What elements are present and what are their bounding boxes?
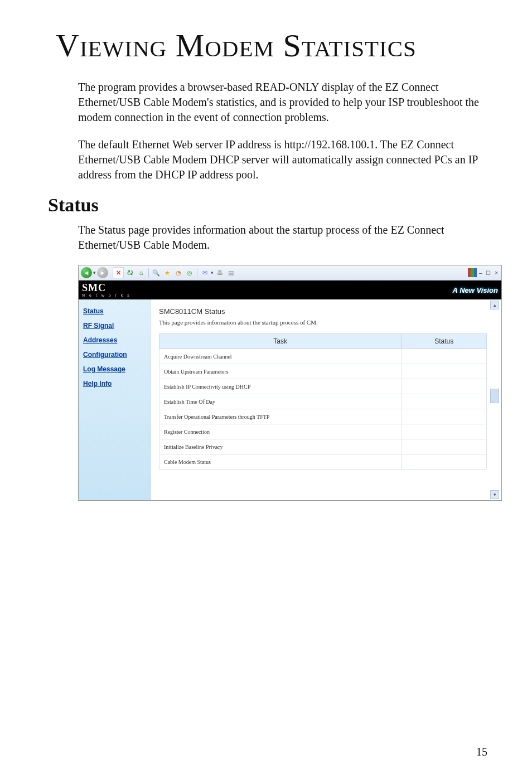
scrollbar-thumb[interactable]: [490, 389, 499, 403]
sidebar-item-log-message[interactable]: Log Message: [83, 365, 146, 373]
table-row: Acquire Downstream Channel: [159, 349, 487, 364]
browser-toolbar: ◄ ▾ ► ✕ 🗘 ⌂ 🔍 ★ ◔ ◎ ✉ ▾ 🖶 ▤ – ☐ ×: [79, 265, 501, 280]
table-row: Establish IP Connectivity using DHCP: [159, 379, 487, 394]
sidebar-item-rf-signal[interactable]: RF Signal: [83, 322, 146, 330]
table-row: Initialize Baseline Privacy: [159, 439, 487, 454]
print-button[interactable]: 🖶: [215, 268, 225, 278]
table-row: Obtain Upstream Parameters: [159, 364, 487, 379]
status-cell: [402, 409, 487, 424]
home-button[interactable]: ⌂: [136, 268, 146, 278]
status-table: Task Status Acquire Downstream Channel O…: [159, 333, 487, 470]
scroll-down-button[interactable]: ▾: [490, 490, 499, 499]
task-cell: Transfer Operational Parameters through …: [159, 409, 402, 424]
table-row: Transfer Operational Parameters through …: [159, 409, 487, 424]
task-cell: Initialize Baseline Privacy: [159, 439, 402, 454]
task-cell: Obtain Upstream Parameters: [159, 364, 402, 379]
back-button[interactable]: ◄: [81, 267, 92, 278]
column-header-status: Status: [402, 334, 487, 349]
mail-button[interactable]: ✉: [200, 268, 210, 278]
status-cell: [402, 454, 487, 470]
intro-paragraph-1: The program provides a browser-based REA…: [78, 80, 482, 125]
media-button[interactable]: ◎: [185, 268, 195, 278]
edit-button[interactable]: ▤: [226, 268, 236, 278]
brand-tagline: A New Vision: [453, 286, 498, 294]
table-row: Register Connection: [159, 424, 487, 439]
refresh-button[interactable]: 🗘: [125, 268, 135, 278]
status-cell: [402, 424, 487, 439]
main-content: SMC8011CM Status This page provides info…: [151, 299, 501, 500]
page-title: Viewing Modem Statistics: [45, 27, 487, 64]
brand-header: SMC N e t w o r k s A New Vision: [79, 280, 501, 299]
column-header-task: Task: [159, 334, 402, 349]
page-number: 15: [476, 746, 487, 758]
browser-window: ◄ ▾ ► ✕ 🗘 ⌂ 🔍 ★ ◔ ◎ ✉ ▾ 🖶 ▤ – ☐ ×: [78, 265, 502, 501]
task-cell: Cable Modem Status: [159, 454, 402, 470]
stop-button[interactable]: ✕: [113, 267, 124, 278]
brand-subtext: N e t w o r k s: [82, 293, 131, 297]
favorites-button[interactable]: ★: [162, 268, 172, 278]
scroll-up-button[interactable]: ▴: [490, 301, 499, 309]
task-cell: Register Connection: [159, 424, 402, 439]
status-cell: [402, 379, 487, 394]
search-button[interactable]: 🔍: [151, 268, 161, 278]
table-row: Cable Modem Status: [159, 454, 487, 470]
status-cell: [402, 364, 487, 379]
section-heading-status: Status: [45, 195, 487, 216]
task-cell: Establish IP Connectivity using DHCP: [159, 379, 402, 394]
table-row: Establish Time Of Day: [159, 394, 487, 409]
status-cell: [402, 394, 487, 409]
sidebar-item-help-info[interactable]: Help Info: [83, 380, 146, 388]
task-cell: Acquire Downstream Channel: [159, 349, 402, 364]
status-cell: [402, 439, 487, 454]
windows-flag-icon: [468, 268, 477, 277]
forward-button[interactable]: ►: [97, 267, 108, 278]
status-cell: [402, 349, 487, 364]
sidebar-item-status[interactable]: Status: [83, 307, 146, 315]
sidebar-nav: Status RF Signal Addresses Configuration…: [79, 299, 151, 500]
sidebar-item-addresses[interactable]: Addresses: [83, 336, 146, 344]
section-intro: The Status page provides information abo…: [78, 222, 482, 253]
task-cell: Establish Time Of Day: [159, 394, 402, 409]
intro-paragraph-2: The default Ethernet Web server IP addre…: [78, 137, 482, 182]
window-controls[interactable]: – ☐ ×: [479, 270, 499, 276]
content-description: This page provides information about the…: [159, 319, 494, 326]
history-button[interactable]: ◔: [173, 268, 183, 278]
brand-logo: SMC: [82, 283, 131, 293]
content-heading: SMC8011CM Status: [159, 307, 494, 316]
sidebar-item-configuration[interactable]: Configuration: [83, 351, 146, 359]
